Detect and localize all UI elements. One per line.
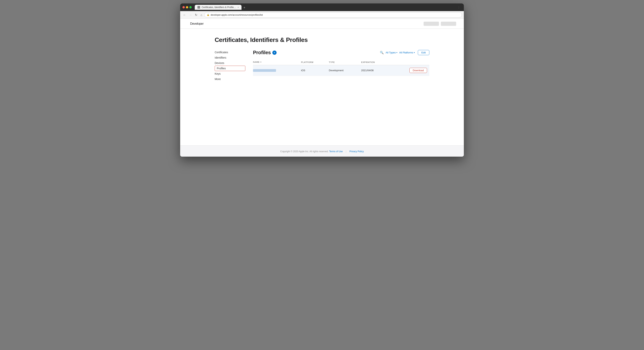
profiles-table: NAME ▿ PLATFORM TYPE EXPIRATION (253, 59, 429, 76)
all-platforms-chevron-icon: ▾ (414, 51, 415, 54)
copyright-text: Copyright © 2020 Apple Inc. All rights r… (280, 150, 328, 153)
col-header-type: TYPE (329, 59, 361, 65)
main-content: Certificates, Identifiers & Profiles Cer… (207, 29, 437, 145)
profiles-panel: Profiles + 🔍 All Types ▾ All Platforms ▾ (253, 50, 429, 82)
forward-button[interactable]: → (188, 12, 193, 17)
tab-title: Certificates, Identifiers & Profile… (202, 6, 236, 8)
cell-type: Development (329, 65, 361, 76)
sidebar-item-identifiers[interactable]: Identifiers (215, 55, 245, 60)
header-button-2[interactable] (441, 22, 456, 26)
minimize-window-button[interactable] (186, 6, 188, 8)
col-header-platform: PLATFORM (301, 59, 329, 65)
new-tab-button[interactable]: + (242, 6, 247, 10)
download-button[interactable]: Download (410, 68, 427, 73)
browser-window: Certificates, Identifiers & Profile… × +… (180, 3, 464, 157)
sidebar-item-certificates[interactable]: Certificates (215, 50, 245, 55)
sidebar-item-keys[interactable]: Keys (215, 71, 245, 76)
edit-button[interactable]: Edit (418, 50, 429, 55)
developer-brand: Developer (190, 22, 204, 25)
footer-links: Terms of Use | Privacy Policy (329, 150, 364, 153)
traffic-lights (182, 6, 192, 8)
close-window-button[interactable] (182, 6, 185, 8)
browser-titlebar: Certificates, Identifiers & Profile… × +… (180, 3, 464, 11)
header-button-1[interactable] (424, 22, 439, 26)
all-types-chevron-icon: ▾ (396, 51, 397, 54)
tab-bar: Certificates, Identifiers & Profile… × + (195, 5, 455, 10)
privacy-policy-link[interactable]: Privacy Policy (350, 150, 364, 153)
page-footer: Copyright © 2020 Apple Inc. All rights r… (180, 145, 464, 157)
browser-toolbar: ← → ↻ ⌂ 🔒 developer.apple.com/account/re… (180, 11, 464, 19)
maximize-window-button[interactable] (189, 6, 192, 8)
lock-icon: 🔒 (207, 13, 210, 16)
cell-platform: iOS (301, 65, 329, 76)
terms-of-use-link[interactable]: Terms of Use (329, 150, 343, 153)
all-platforms-filter[interactable]: All Platforms ▾ (399, 51, 415, 54)
page-title: Certificates, Identifiers & Profiles (215, 36, 429, 43)
panel-filters: 🔍 All Types ▾ All Platforms ▾ Edit (380, 50, 429, 55)
col-header-expiration: EXPIRATION (361, 59, 392, 65)
home-button[interactable]: ⌂ (200, 12, 203, 17)
col-header-action (392, 59, 429, 65)
search-button[interactable]: 🔍 (380, 51, 384, 54)
cell-name (253, 65, 301, 76)
sidebar-item-profiles[interactable]: Profiles (215, 66, 245, 71)
cell-expiration: 2021/04/08 (361, 65, 392, 76)
table-row: iOS Development 2021/04/08 Download (253, 65, 429, 76)
sidebar-item-more[interactable]: More (215, 76, 245, 82)
active-tab[interactable]: Certificates, Identifiers & Profile… × (195, 5, 242, 10)
header-actions (424, 22, 456, 26)
refresh-button[interactable]: ↻ (194, 12, 198, 17)
tab-favicon-icon (198, 6, 200, 8)
developer-header: Developer (180, 19, 464, 29)
all-types-filter[interactable]: All Types ▾ (386, 51, 397, 54)
sidebar-item-devices[interactable]: Devices (215, 60, 245, 66)
page-content: Developer Certificates, Identifiers & Pr… (180, 19, 464, 157)
content-layout: Certificates Identifiers Devices Profile… (215, 50, 429, 82)
sidebar: Certificates Identifiers Devices Profile… (215, 50, 245, 82)
tab-close-button[interactable]: × (238, 6, 239, 8)
back-button[interactable]: ← (182, 12, 187, 17)
url-text: developer.apple.com/account/resources/pr… (211, 13, 263, 16)
profile-name-cell (253, 69, 299, 72)
cell-action: Download (392, 65, 429, 76)
profile-name-placeholder (253, 69, 276, 72)
table-header-row: NAME ▿ PLATFORM TYPE EXPIRATION (253, 59, 429, 65)
footer-divider: | (346, 150, 346, 153)
address-bar[interactable]: 🔒 developer.apple.com/account/resources/… (204, 12, 462, 18)
all-types-label: All Types (386, 51, 396, 54)
panel-header: Profiles + 🔍 All Types ▾ All Platforms ▾ (253, 50, 429, 55)
all-platforms-label: All Platforms (399, 51, 413, 54)
panel-title: Profiles (253, 50, 271, 55)
col-header-name: NAME ▿ (253, 59, 301, 65)
sort-icon: ▿ (260, 61, 262, 63)
browser-menu-button[interactable]: ⋮ (456, 5, 462, 10)
add-profile-button[interactable]: + (272, 50, 276, 55)
